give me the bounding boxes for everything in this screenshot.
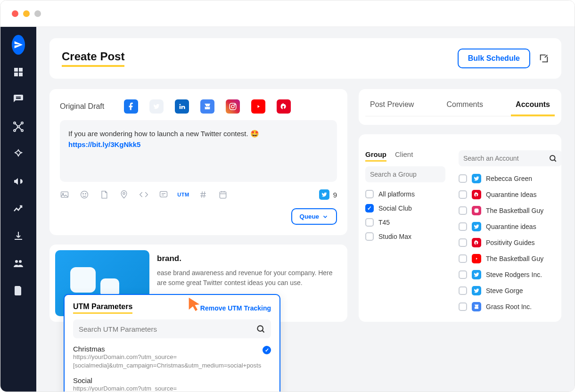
checkbox[interactable]	[459, 254, 467, 263]
window-minimize-dot[interactable]	[23, 10, 30, 17]
utm-item[interactable]: Christmas https://yourDomain.com?utm_sou…	[73, 345, 271, 370]
group-search[interactable]	[365, 166, 445, 182]
team-icon[interactable]	[12, 257, 25, 270]
dashboard-icon[interactable]	[12, 65, 25, 79]
utm-popover: UTM Parameters Remove UTM Tracking Chris…	[64, 294, 280, 392]
bulk-schedule-button[interactable]: Bulk Schedule	[458, 49, 530, 68]
right-panel-card: Post PreviewCommentsAccounts	[359, 89, 561, 125]
subtab-group[interactable]: Group	[365, 150, 386, 162]
checkbox[interactable]	[459, 222, 467, 231]
tab-comments[interactable]: Comments	[442, 98, 488, 116]
chat-icon[interactable]	[12, 93, 25, 106]
checkbox[interactable]	[459, 302, 467, 311]
svg-point-19	[123, 192, 125, 194]
linkedin-icon[interactable]	[175, 99, 189, 114]
logo-paperplane[interactable]	[12, 38, 25, 51]
svg-point-18	[85, 194, 86, 195]
checkbox[interactable]	[365, 218, 374, 227]
svg-point-8	[21, 130, 23, 131]
svg-rect-21	[220, 192, 226, 198]
target-icon[interactable]	[12, 147, 25, 161]
calendar-icon[interactable]	[218, 190, 228, 199]
account-item[interactable]: Steve Gorge	[459, 286, 561, 295]
youtube-icon[interactable]	[251, 99, 265, 114]
svg-point-16	[81, 191, 88, 198]
draft-label: Original Draft	[60, 102, 104, 111]
thread-icon[interactable]	[159, 190, 168, 199]
checkbox[interactable]	[459, 190, 467, 199]
checkbox[interactable]	[459, 270, 467, 279]
tab-post-preview[interactable]: Post Preview	[365, 98, 419, 116]
account-item[interactable]: Quarantine ideas	[459, 222, 561, 231]
account-label: The Basketball Guy	[486, 207, 543, 214]
svg-point-9	[15, 260, 18, 263]
code-icon[interactable]	[139, 190, 148, 199]
group-search-input[interactable]	[370, 171, 452, 178]
subtab-client[interactable]: Client	[395, 150, 413, 162]
facebook-icon[interactable]	[124, 99, 138, 114]
twitter-icon[interactable]	[149, 99, 164, 114]
account-search[interactable]	[459, 150, 561, 166]
tab-accounts[interactable]: Accounts	[511, 98, 555, 116]
group-item[interactable]: Studio Max	[365, 232, 445, 241]
utm-popover-title: UTM Parameters	[73, 302, 132, 314]
svg-point-4	[17, 126, 19, 128]
post-body-link[interactable]: https://bit.ly/3KgNkk5	[68, 140, 140, 148]
window-titlebar	[0, 0, 575, 27]
utm-search[interactable]	[73, 319, 271, 338]
window-maximize-dot[interactable]	[34, 10, 41, 17]
media-icon[interactable]	[60, 190, 69, 199]
search-icon	[256, 324, 265, 334]
account-item[interactable]: The Basketball Guy	[459, 254, 561, 263]
checkbox[interactable]	[459, 174, 467, 183]
checkbox[interactable]	[459, 238, 467, 247]
checkbox[interactable]	[365, 204, 374, 212]
svg-rect-20	[160, 191, 167, 197]
checkbox[interactable]	[459, 286, 467, 295]
account-item[interactable]: Steve Rodgers Inc.	[459, 270, 561, 279]
gif-icon[interactable]	[99, 190, 109, 199]
remove-utm-link[interactable]: Remove UTM Tracking	[200, 304, 271, 312]
group-item[interactable]: Social Club	[365, 204, 445, 212]
emoji-icon[interactable]	[80, 190, 89, 199]
post-editor[interactable]: If you are wondering how to launch a new…	[60, 120, 337, 182]
account-search-input[interactable]	[463, 155, 546, 162]
account-item[interactable]: Quarantine Ideas	[459, 190, 561, 199]
group-item[interactable]: All platforms	[365, 190, 445, 198]
account-item[interactable]: Positivity Guides	[459, 238, 561, 247]
megaphone-icon[interactable]	[12, 175, 25, 188]
compose-icon[interactable]	[539, 53, 549, 64]
group-item[interactable]: T45	[365, 218, 445, 227]
document-icon[interactable]	[12, 284, 25, 297]
svg-point-5	[14, 122, 16, 124]
account-label: Grass Root Inc.	[486, 303, 532, 310]
location-icon[interactable]	[119, 190, 129, 199]
hashtag-icon[interactable]	[198, 190, 208, 199]
window-close-dot[interactable]	[12, 10, 18, 17]
twitter-small-icon	[319, 189, 329, 200]
checkbox[interactable]	[459, 206, 467, 215]
queue-button[interactable]: Queue	[291, 208, 337, 225]
preview-title: brand.	[157, 254, 342, 263]
google-business-icon[interactable]	[200, 99, 214, 114]
chevron-down-icon	[322, 213, 329, 220]
utm-item[interactable]: Social https://yourDomain.com?utm_source…	[73, 376, 271, 392]
right-tabs: Post PreviewCommentsAccounts	[365, 98, 555, 116]
instagram-icon[interactable]	[226, 99, 240, 114]
pinterest-icon[interactable]	[277, 99, 291, 114]
account-item[interactable]: The Basketball Guy	[459, 206, 561, 215]
utm-item-url: https://yourDomain.com?utm_source=[socia…	[73, 353, 271, 370]
download-icon[interactable]	[12, 229, 25, 243]
queue-label: Queue	[300, 213, 319, 220]
utm-button[interactable]: UTM	[179, 190, 188, 199]
utm-item-name: Social	[73, 376, 271, 384]
checkbox[interactable]	[365, 232, 374, 241]
network-icon[interactable]	[12, 120, 25, 133]
account-item[interactable]: Grass Root Inc.	[459, 302, 561, 311]
char-counter: 9	[319, 189, 337, 200]
utm-search-input[interactable]	[79, 325, 256, 333]
nav-sidebar	[0, 27, 36, 392]
checkbox[interactable]	[365, 190, 374, 198]
account-item[interactable]: Rebecca Green	[459, 174, 561, 183]
analytics-icon[interactable]	[12, 202, 25, 215]
